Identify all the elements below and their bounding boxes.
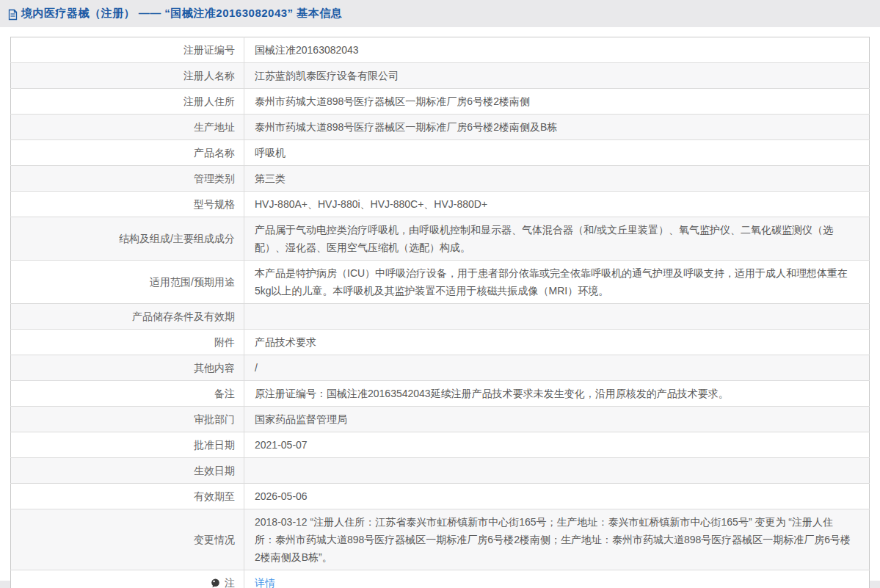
row-value: 详情 xyxy=(244,570,870,588)
row-value: 江苏蓝韵凯泰医疗设备有限公司 xyxy=(244,63,870,89)
table-row: 审批部门国家药品监督管理局 xyxy=(11,407,870,432)
registration-info-table: 注册证编号国械注准20163082043注册人名称江苏蓝韵凯泰医疗设备有限公司注… xyxy=(10,37,870,588)
table-row: 变更情况2018-03-12 “注册人住所：江苏省泰兴市虹桥镇新市中心街165号… xyxy=(11,509,870,570)
row-value: 第三类 xyxy=(244,166,870,192)
row-value: 国械注准20163082043 xyxy=(244,37,870,63)
row-label: 生产地址 xyxy=(11,115,244,140)
row-value: 泰州市药城大道898号医疗器械区一期标准厂房6号楼2楼南侧 xyxy=(244,89,870,115)
row-value: HVJ-880A+、HVJ-880i、HVJ-880C+、HVJ-880D+ xyxy=(244,192,870,217)
row-value: 产品属于气动电控类治疗呼吸机，由呼吸机控制和显示器、气体混合器（和/或文丘里装置… xyxy=(244,217,870,261)
row-value xyxy=(244,304,870,330)
row-label: 其他内容 xyxy=(11,355,244,381)
row-label: 变更情况 xyxy=(11,509,244,570)
row-value: / xyxy=(244,355,870,381)
table-row: 有效期至2026-05-06 xyxy=(11,484,870,509)
page-title: 境内医疗器械（注册） —— “国械注准20163082043” 基本信息 xyxy=(21,7,342,21)
row-label: 附件 xyxy=(11,330,244,355)
row-label: 批准日期 xyxy=(11,432,244,458)
row-label: 有效期至 xyxy=(11,484,244,509)
row-value: 2026-05-06 xyxy=(244,484,870,509)
table-row: 生效日期 xyxy=(11,458,870,484)
table-row: 注册人住所泰州市药城大道898号医疗器械区一期标准厂房6号楼2楼南侧 xyxy=(11,89,870,115)
row-label: 审批部门 xyxy=(11,407,244,432)
row-label: 生效日期 xyxy=(11,458,244,484)
table-row: 备注原注册证编号：国械注准20163542043延续注册产品技术要求未发生变化，… xyxy=(11,381,870,407)
row-value: 呼吸机 xyxy=(244,140,870,166)
row-label: 产品名称 xyxy=(11,140,244,166)
table-row: 型号规格HVJ-880A+、HVJ-880i、HVJ-880C+、HVJ-880… xyxy=(11,192,870,217)
row-label: 适用范围/预期用途 xyxy=(11,261,244,304)
row-label: 结构及组成/主要组成成分 xyxy=(11,217,244,261)
row-label: 产品储存条件及有效期 xyxy=(11,304,244,330)
row-label: 型号规格 xyxy=(11,192,244,217)
page-header: 境内医疗器械（注册） —— “国械注准20163082043” 基本信息 xyxy=(0,0,880,27)
row-label: 注 xyxy=(11,570,244,588)
content-panel: 注册证编号国械注准20163082043注册人名称江苏蓝韵凯泰医疗设备有限公司注… xyxy=(0,27,880,581)
table-row: 生产地址泰州市药城大道898号医疗器械区一期标准厂房6号楼2楼南侧及B栋 xyxy=(11,115,870,140)
table-row: 产品名称呼吸机 xyxy=(11,140,870,166)
row-value xyxy=(244,458,870,484)
table-row: 注册人名称江苏蓝韵凯泰医疗设备有限公司 xyxy=(11,63,870,89)
table-row: 结构及组成/主要组成成分产品属于气动电控类治疗呼吸机，由呼吸机控制和显示器、气体… xyxy=(11,217,870,261)
table-row: 注详情 xyxy=(11,570,870,588)
table-row: 批准日期2021-05-07 xyxy=(11,432,870,458)
details-link[interactable]: 详情 xyxy=(255,577,275,588)
row-value: 国家药品监督管理局 xyxy=(244,407,870,432)
row-value: 2018-03-12 “注册人住所：江苏省泰兴市虹桥镇新市中心街165号；生产地… xyxy=(244,509,870,570)
table-row: 产品储存条件及有效期 xyxy=(11,304,870,330)
row-label: 注册人名称 xyxy=(11,63,244,89)
table-row: 适用范围/预期用途本产品是特护病房（ICU）中呼吸治疗设备，用于患者部分依靠或完… xyxy=(11,261,870,304)
document-icon xyxy=(7,9,18,21)
row-label: 注册证编号 xyxy=(11,37,244,63)
table-row: 其他内容/ xyxy=(11,355,870,381)
row-value: 产品技术要求 xyxy=(244,330,870,355)
row-value: 原注册证编号：国械注准20163542043延续注册产品技术要求未发生变化，沿用… xyxy=(244,381,870,407)
row-value: 2021-05-07 xyxy=(244,432,870,458)
row-value: 本产品是特护病房（ICU）中呼吸治疗设备，用于患者部分依靠或完全依靠呼吸机的通气… xyxy=(244,261,870,304)
row-value: 泰州市药城大道898号医疗器械区一期标准厂房6号楼2楼南侧及B栋 xyxy=(244,115,870,140)
table-row: 附件产品技术要求 xyxy=(11,330,870,355)
row-label: 备注 xyxy=(11,381,244,407)
row-label: 注册人住所 xyxy=(11,89,244,115)
comment-icon xyxy=(211,578,220,588)
info-table-body: 注册证编号国械注准20163082043注册人名称江苏蓝韵凯泰医疗设备有限公司注… xyxy=(11,37,870,588)
table-row: 管理类别第三类 xyxy=(11,166,870,192)
row-label: 管理类别 xyxy=(11,166,244,192)
table-row: 注册证编号国械注准20163082043 xyxy=(11,37,870,63)
